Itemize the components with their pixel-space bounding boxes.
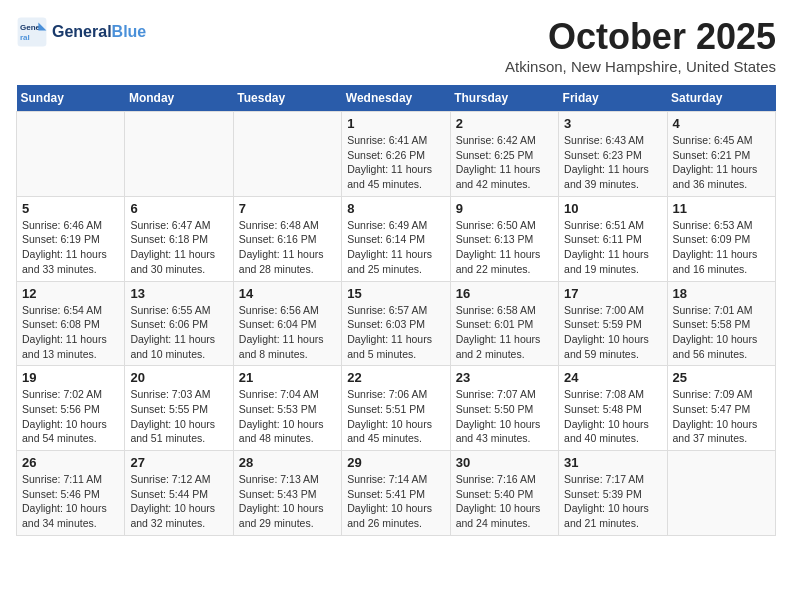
day-info: Sunrise: 7:12 AM Sunset: 5:44 PM Dayligh…	[130, 472, 227, 531]
day-number: 3	[564, 116, 661, 131]
day-cell-3: 3Sunrise: 6:43 AM Sunset: 6:23 PM Daylig…	[559, 112, 667, 197]
day-number: 9	[456, 201, 553, 216]
day-cell-7: 7Sunrise: 6:48 AM Sunset: 6:16 PM Daylig…	[233, 196, 341, 281]
day-info: Sunrise: 6:45 AM Sunset: 6:21 PM Dayligh…	[673, 133, 770, 192]
day-info: Sunrise: 7:06 AM Sunset: 5:51 PM Dayligh…	[347, 387, 444, 446]
empty-cell	[125, 112, 233, 197]
day-number: 4	[673, 116, 770, 131]
day-number: 7	[239, 201, 336, 216]
day-number: 24	[564, 370, 661, 385]
day-number: 28	[239, 455, 336, 470]
day-cell-27: 27Sunrise: 7:12 AM Sunset: 5:44 PM Dayli…	[125, 451, 233, 536]
day-info: Sunrise: 7:16 AM Sunset: 5:40 PM Dayligh…	[456, 472, 553, 531]
day-cell-22: 22Sunrise: 7:06 AM Sunset: 5:51 PM Dayli…	[342, 366, 450, 451]
day-number: 8	[347, 201, 444, 216]
day-info: Sunrise: 6:48 AM Sunset: 6:16 PM Dayligh…	[239, 218, 336, 277]
day-cell-20: 20Sunrise: 7:03 AM Sunset: 5:55 PM Dayli…	[125, 366, 233, 451]
day-number: 5	[22, 201, 119, 216]
day-cell-9: 9Sunrise: 6:50 AM Sunset: 6:13 PM Daylig…	[450, 196, 558, 281]
day-cell-16: 16Sunrise: 6:58 AM Sunset: 6:01 PM Dayli…	[450, 281, 558, 366]
weekday-header-row: SundayMondayTuesdayWednesdayThursdayFrid…	[17, 85, 776, 112]
day-number: 31	[564, 455, 661, 470]
week-row-4: 19Sunrise: 7:02 AM Sunset: 5:56 PM Dayli…	[17, 366, 776, 451]
day-number: 15	[347, 286, 444, 301]
day-number: 29	[347, 455, 444, 470]
week-row-3: 12Sunrise: 6:54 AM Sunset: 6:08 PM Dayli…	[17, 281, 776, 366]
day-cell-18: 18Sunrise: 7:01 AM Sunset: 5:58 PM Dayli…	[667, 281, 775, 366]
day-number: 17	[564, 286, 661, 301]
day-number: 1	[347, 116, 444, 131]
day-info: Sunrise: 6:56 AM Sunset: 6:04 PM Dayligh…	[239, 303, 336, 362]
weekday-friday: Friday	[559, 85, 667, 112]
day-info: Sunrise: 6:54 AM Sunset: 6:08 PM Dayligh…	[22, 303, 119, 362]
day-info: Sunrise: 6:53 AM Sunset: 6:09 PM Dayligh…	[673, 218, 770, 277]
calendar-table: SundayMondayTuesdayWednesdayThursdayFrid…	[16, 85, 776, 536]
day-number: 12	[22, 286, 119, 301]
day-info: Sunrise: 7:11 AM Sunset: 5:46 PM Dayligh…	[22, 472, 119, 531]
day-cell-19: 19Sunrise: 7:02 AM Sunset: 5:56 PM Dayli…	[17, 366, 125, 451]
day-cell-11: 11Sunrise: 6:53 AM Sunset: 6:09 PM Dayli…	[667, 196, 775, 281]
day-info: Sunrise: 6:50 AM Sunset: 6:13 PM Dayligh…	[456, 218, 553, 277]
day-cell-5: 5Sunrise: 6:46 AM Sunset: 6:19 PM Daylig…	[17, 196, 125, 281]
day-cell-14: 14Sunrise: 6:56 AM Sunset: 6:04 PM Dayli…	[233, 281, 341, 366]
title-area: October 2025 Atkinson, New Hampshire, Un…	[505, 16, 776, 75]
svg-text:Gene: Gene	[20, 23, 41, 32]
logo-icon: Gene ral	[16, 16, 48, 48]
day-number: 13	[130, 286, 227, 301]
svg-text:ral: ral	[20, 33, 30, 42]
empty-cell	[233, 112, 341, 197]
day-number: 20	[130, 370, 227, 385]
day-number: 6	[130, 201, 227, 216]
day-info: Sunrise: 6:46 AM Sunset: 6:19 PM Dayligh…	[22, 218, 119, 277]
day-cell-24: 24Sunrise: 7:08 AM Sunset: 5:48 PM Dayli…	[559, 366, 667, 451]
day-cell-29: 29Sunrise: 7:14 AM Sunset: 5:41 PM Dayli…	[342, 451, 450, 536]
day-cell-12: 12Sunrise: 6:54 AM Sunset: 6:08 PM Dayli…	[17, 281, 125, 366]
day-info: Sunrise: 7:03 AM Sunset: 5:55 PM Dayligh…	[130, 387, 227, 446]
day-info: Sunrise: 6:42 AM Sunset: 6:25 PM Dayligh…	[456, 133, 553, 192]
day-number: 30	[456, 455, 553, 470]
day-cell-30: 30Sunrise: 7:16 AM Sunset: 5:40 PM Dayli…	[450, 451, 558, 536]
day-info: Sunrise: 6:41 AM Sunset: 6:26 PM Dayligh…	[347, 133, 444, 192]
day-info: Sunrise: 7:09 AM Sunset: 5:47 PM Dayligh…	[673, 387, 770, 446]
day-info: Sunrise: 7:14 AM Sunset: 5:41 PM Dayligh…	[347, 472, 444, 531]
day-number: 10	[564, 201, 661, 216]
empty-cell	[667, 451, 775, 536]
weekday-saturday: Saturday	[667, 85, 775, 112]
day-number: 25	[673, 370, 770, 385]
day-cell-17: 17Sunrise: 7:00 AM Sunset: 5:59 PM Dayli…	[559, 281, 667, 366]
day-info: Sunrise: 6:43 AM Sunset: 6:23 PM Dayligh…	[564, 133, 661, 192]
empty-cell	[17, 112, 125, 197]
day-number: 26	[22, 455, 119, 470]
day-info: Sunrise: 6:47 AM Sunset: 6:18 PM Dayligh…	[130, 218, 227, 277]
day-cell-8: 8Sunrise: 6:49 AM Sunset: 6:14 PM Daylig…	[342, 196, 450, 281]
day-number: 22	[347, 370, 444, 385]
day-cell-4: 4Sunrise: 6:45 AM Sunset: 6:21 PM Daylig…	[667, 112, 775, 197]
day-info: Sunrise: 7:07 AM Sunset: 5:50 PM Dayligh…	[456, 387, 553, 446]
day-cell-13: 13Sunrise: 6:55 AM Sunset: 6:06 PM Dayli…	[125, 281, 233, 366]
logo-text: GeneralBlue	[52, 22, 146, 41]
day-number: 21	[239, 370, 336, 385]
day-number: 27	[130, 455, 227, 470]
day-cell-1: 1Sunrise: 6:41 AM Sunset: 6:26 PM Daylig…	[342, 112, 450, 197]
day-number: 14	[239, 286, 336, 301]
day-info: Sunrise: 6:51 AM Sunset: 6:11 PM Dayligh…	[564, 218, 661, 277]
weekday-thursday: Thursday	[450, 85, 558, 112]
weekday-sunday: Sunday	[17, 85, 125, 112]
day-info: Sunrise: 7:08 AM Sunset: 5:48 PM Dayligh…	[564, 387, 661, 446]
day-info: Sunrise: 7:13 AM Sunset: 5:43 PM Dayligh…	[239, 472, 336, 531]
month-title: October 2025	[505, 16, 776, 58]
day-number: 2	[456, 116, 553, 131]
logo: Gene ral GeneralBlue	[16, 16, 146, 48]
day-number: 11	[673, 201, 770, 216]
day-info: Sunrise: 7:17 AM Sunset: 5:39 PM Dayligh…	[564, 472, 661, 531]
day-number: 18	[673, 286, 770, 301]
day-number: 19	[22, 370, 119, 385]
weekday-wednesday: Wednesday	[342, 85, 450, 112]
page-header: Gene ral GeneralBlue October 2025 Atkins…	[16, 16, 776, 75]
day-cell-23: 23Sunrise: 7:07 AM Sunset: 5:50 PM Dayli…	[450, 366, 558, 451]
day-cell-15: 15Sunrise: 6:57 AM Sunset: 6:03 PM Dayli…	[342, 281, 450, 366]
day-info: Sunrise: 6:49 AM Sunset: 6:14 PM Dayligh…	[347, 218, 444, 277]
day-cell-10: 10Sunrise: 6:51 AM Sunset: 6:11 PM Dayli…	[559, 196, 667, 281]
week-row-5: 26Sunrise: 7:11 AM Sunset: 5:46 PM Dayli…	[17, 451, 776, 536]
day-cell-6: 6Sunrise: 6:47 AM Sunset: 6:18 PM Daylig…	[125, 196, 233, 281]
